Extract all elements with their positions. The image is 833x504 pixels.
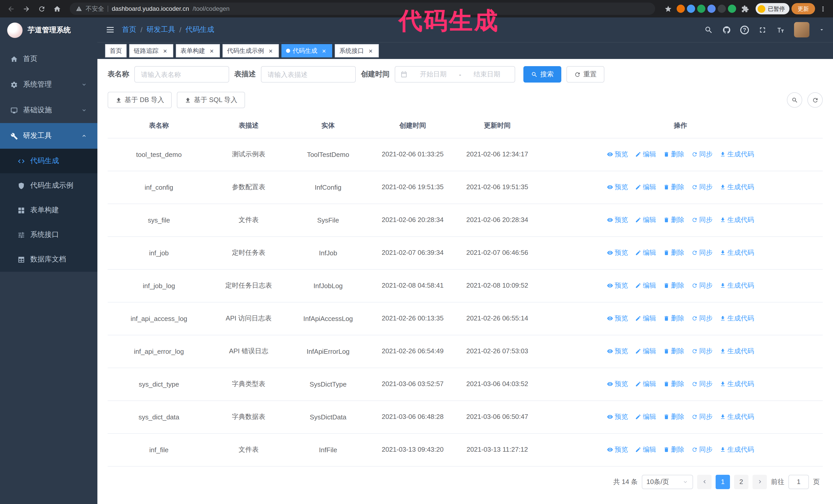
row-action-sync[interactable]: 同步 xyxy=(691,215,713,224)
row-action-generate[interactable]: 生成代码 xyxy=(720,412,754,422)
row-action-sync[interactable]: 同步 xyxy=(691,281,713,290)
row-action-edit[interactable]: 编辑 xyxy=(635,445,656,454)
row-action-generate[interactable]: 生成代码 xyxy=(720,183,754,192)
row-action-edit[interactable]: 编辑 xyxy=(635,281,656,290)
tag-api[interactable]: 系统接口 × xyxy=(335,44,379,57)
row-action-edit[interactable]: 编辑 xyxy=(635,150,656,159)
prev-page-button[interactable] xyxy=(697,475,712,489)
table-desc-input[interactable] xyxy=(261,66,356,82)
next-page-button[interactable] xyxy=(753,475,767,489)
goto-page-input[interactable] xyxy=(788,475,809,489)
row-action-edit[interactable]: 编辑 xyxy=(635,215,656,224)
row-action-generate[interactable]: 生成代码 xyxy=(720,150,754,159)
user-avatar[interactable] xyxy=(794,22,809,38)
tag-codegen[interactable]: 代码生成 × xyxy=(281,44,332,57)
row-action-generate[interactable]: 生成代码 xyxy=(720,314,754,323)
browser-forward-icon[interactable] xyxy=(20,2,33,16)
row-action-sync[interactable]: 同步 xyxy=(691,183,713,192)
row-action-preview[interactable]: 预览 xyxy=(607,346,628,356)
row-action-sync[interactable]: 同步 xyxy=(691,150,713,159)
row-action-preview[interactable]: 预览 xyxy=(607,183,628,192)
row-action-generate[interactable]: 生成代码 xyxy=(720,445,754,454)
row-action-delete[interactable]: 删除 xyxy=(663,314,684,323)
import-db-button[interactable]: 基于 DB 导入 xyxy=(108,92,172,108)
row-action-generate[interactable]: 生成代码 xyxy=(720,346,754,356)
refresh-table-button[interactable] xyxy=(807,92,823,108)
breadcrumb-item[interactable]: 研发工具 xyxy=(147,25,175,34)
extension-icon-orange[interactable] xyxy=(677,5,685,13)
row-action-delete[interactable]: 删除 xyxy=(663,445,684,454)
row-action-delete[interactable]: 删除 xyxy=(663,281,684,290)
breadcrumb-item[interactable]: 代码生成 xyxy=(186,25,214,34)
row-action-edit[interactable]: 编辑 xyxy=(635,248,656,257)
row-action-sync[interactable]: 同步 xyxy=(691,346,713,356)
row-action-sync[interactable]: 同步 xyxy=(691,445,713,454)
tag-tracer[interactable]: 链路追踪 × xyxy=(129,44,173,57)
tag-codegen-example[interactable]: 代码生成示例 × xyxy=(222,44,279,57)
row-action-edit[interactable]: 编辑 xyxy=(635,412,656,422)
hamburger-menu-icon[interactable] xyxy=(105,25,115,34)
row-action-delete[interactable]: 删除 xyxy=(663,412,684,422)
extension-icon-leaf[interactable] xyxy=(728,5,736,13)
tag-close-icon[interactable]: × xyxy=(162,47,169,54)
header-search-icon[interactable] xyxy=(704,25,713,34)
browser-back-icon[interactable] xyxy=(4,2,18,16)
row-action-edit[interactable]: 编辑 xyxy=(635,379,656,389)
breadcrumb-item[interactable]: 首页 xyxy=(122,25,136,34)
create-time-range-picker[interactable]: 开始日期 - 结束日期 xyxy=(395,66,515,82)
sidebar-item-api[interactable]: 系统接口 xyxy=(0,222,97,247)
tag-form-builder[interactable]: 表单构建 × xyxy=(176,44,220,57)
import-sql-button[interactable]: 基于 SQL 导入 xyxy=(177,92,245,108)
row-action-preview[interactable]: 预览 xyxy=(607,314,628,323)
sidebar-item-devtools[interactable]: 研发工具 xyxy=(0,123,97,149)
row-action-preview[interactable]: 预览 xyxy=(607,150,628,159)
sidebar-item-home[interactable]: 首页 xyxy=(0,46,97,72)
toggle-search-button[interactable] xyxy=(787,92,802,108)
tag-close-icon[interactable]: × xyxy=(320,47,328,54)
sidebar-item-form-builder[interactable]: 表单构建 xyxy=(0,198,97,222)
row-action-preview[interactable]: 预览 xyxy=(607,412,628,422)
browser-menu-icon[interactable] xyxy=(817,5,829,13)
row-action-generate[interactable]: 生成代码 xyxy=(720,248,754,257)
row-action-edit[interactable]: 编辑 xyxy=(635,183,656,192)
help-icon[interactable]: ? xyxy=(740,25,749,34)
browser-update-button[interactable]: 更新 xyxy=(791,3,815,14)
browser-home-icon[interactable] xyxy=(50,2,64,16)
row-action-delete[interactable]: 删除 xyxy=(663,346,684,356)
row-action-delete[interactable]: 删除 xyxy=(663,215,684,224)
page-button-1[interactable]: 1 xyxy=(716,475,730,489)
search-button[interactable]: 搜索 xyxy=(523,66,561,82)
row-action-preview[interactable]: 预览 xyxy=(607,248,628,257)
row-action-delete[interactable]: 删除 xyxy=(663,248,684,257)
row-action-sync[interactable]: 同步 xyxy=(691,248,713,257)
sidebar-item-codegen[interactable]: 代码生成 xyxy=(0,149,97,173)
extension-icon-dark[interactable] xyxy=(718,5,726,13)
row-action-preview[interactable]: 预览 xyxy=(607,379,628,389)
row-action-edit[interactable]: 编辑 xyxy=(635,346,656,356)
row-action-sync[interactable]: 同步 xyxy=(691,412,713,422)
profile-paused-chip[interactable]: 已暂停 xyxy=(756,3,789,14)
browser-refresh-icon[interactable] xyxy=(35,2,48,16)
row-action-sync[interactable]: 同步 xyxy=(691,314,713,323)
font-size-icon[interactable] xyxy=(776,25,785,34)
extension-icon-green[interactable] xyxy=(697,5,705,13)
extension-icon-blue[interactable] xyxy=(687,5,695,13)
extensions-puzzle-icon[interactable] xyxy=(738,2,752,16)
extension-icon-people[interactable] xyxy=(708,5,716,13)
row-action-edit[interactable]: 编辑 xyxy=(635,314,656,323)
row-action-sync[interactable]: 同步 xyxy=(691,379,713,389)
row-action-generate[interactable]: 生成代码 xyxy=(720,379,754,389)
user-menu-caret-icon[interactable] xyxy=(819,27,825,33)
app-logo[interactable]: 芋道管理系统 xyxy=(0,18,97,43)
sidebar-item-infra[interactable]: 基础设施 xyxy=(0,97,97,123)
sidebar-item-db-doc[interactable]: 数据库文档 xyxy=(0,247,97,272)
row-action-generate[interactable]: 生成代码 xyxy=(720,281,754,290)
row-action-generate[interactable]: 生成代码 xyxy=(720,215,754,224)
row-action-preview[interactable]: 预览 xyxy=(607,445,628,454)
tag-close-icon[interactable]: × xyxy=(208,47,215,54)
row-action-preview[interactable]: 预览 xyxy=(607,281,628,290)
tag-close-icon[interactable]: × xyxy=(267,47,274,54)
row-action-delete[interactable]: 删除 xyxy=(663,150,684,159)
tag-close-icon[interactable]: × xyxy=(367,47,374,54)
sidebar-item-codegen-example[interactable]: 代码生成示例 xyxy=(0,173,97,198)
